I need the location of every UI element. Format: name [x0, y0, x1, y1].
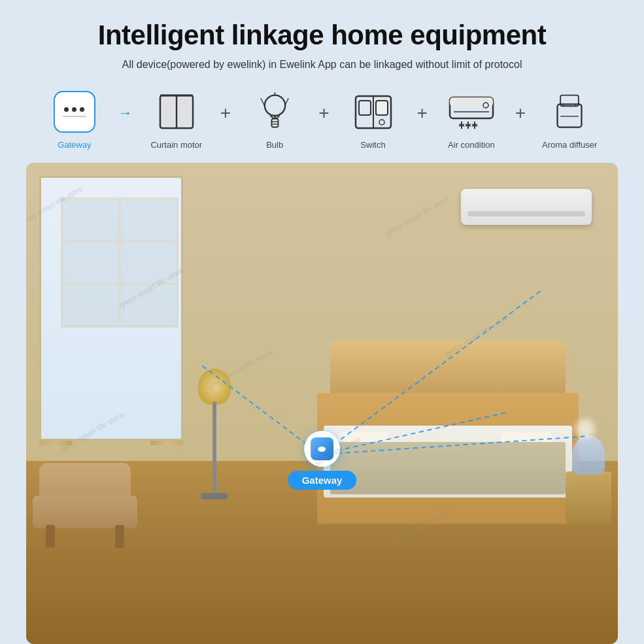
lamp-base: [201, 493, 228, 500]
room-scene-container: Gateway gleco smart life store gleco sma…: [26, 163, 618, 644]
svg-rect-2: [162, 97, 175, 126]
svg-point-5: [264, 95, 284, 116]
svg-rect-16: [376, 101, 388, 115]
device-air-condition: Air condition: [429, 89, 514, 150]
chair-seat: [33, 496, 137, 528]
lamp-shade: [198, 369, 231, 405]
bed-headboard: [330, 341, 566, 393]
svg-point-17: [379, 120, 384, 125]
curtain-motor-label: Curtain motor: [150, 140, 202, 150]
nightstand: [566, 471, 611, 524]
air-condition-label: Air condition: [448, 140, 495, 150]
room-scene: Gateway gleco smart life store gleco sma…: [26, 163, 618, 644]
plus-icon-2: +: [318, 103, 329, 137]
lamp-post: [212, 401, 216, 500]
device-bulb: Bulb: [232, 89, 317, 150]
svg-rect-3: [178, 97, 191, 126]
device-aroma-diffuser: Aroma diffuser: [527, 89, 612, 150]
page-title: Intelligent linkage home equipment: [98, 20, 546, 51]
gateway-badge: Gateway: [288, 471, 357, 490]
device-gateway: Gateway: [32, 89, 117, 150]
window-cell: [121, 200, 176, 240]
window-cell: [63, 243, 118, 282]
room-ac-unit: [461, 189, 592, 225]
devices-row: Gateway → Curtain motor +: [26, 89, 618, 150]
ac-vent: [467, 211, 585, 216]
switch-icon: [350, 89, 396, 135]
chair-leg-right: [115, 525, 124, 548]
curtain-motor-icon: [154, 89, 199, 135]
hub-inner: [311, 437, 333, 460]
svg-line-7: [284, 98, 288, 105]
svg-rect-19: [450, 97, 493, 107]
bulb-icon: [252, 89, 297, 135]
plus-icon-3: +: [417, 103, 428, 137]
room-gateway-hub: Gateway: [288, 431, 357, 490]
hub-dot: [318, 447, 326, 452]
window-pane: [61, 197, 178, 328]
page-subtitle: All device(powered by ewelink) in Ewelin…: [122, 59, 522, 71]
window-cell: [121, 243, 176, 282]
window-cell: [63, 200, 118, 240]
svg-rect-10: [271, 119, 278, 127]
armchair: [33, 463, 137, 548]
plus-icon-1: +: [220, 103, 231, 137]
air-condition-icon: [449, 89, 494, 135]
arrow-icon: →: [118, 105, 133, 135]
window-cell: [121, 285, 176, 325]
diffuser-steam: [575, 419, 595, 439]
svg-line-6: [260, 98, 264, 105]
svg-rect-31: [558, 104, 582, 127]
plus-icon-4: +: [515, 103, 526, 137]
svg-rect-15: [359, 101, 371, 115]
bulb-label: Bulb: [266, 140, 283, 150]
switch-label: Switch: [360, 140, 385, 150]
gateway-label: Gateway: [58, 140, 91, 150]
floor-lamp: [195, 369, 234, 500]
aroma-diffuser-label: Aroma diffuser: [542, 140, 597, 150]
hub-icon: [304, 431, 340, 467]
aroma-diffuser-icon: [547, 89, 592, 135]
chair-leg-left: [46, 525, 55, 548]
window-cell: [63, 285, 118, 325]
bed-blanket: [330, 442, 566, 494]
gateway-icon: [52, 89, 97, 135]
device-switch: Switch: [331, 89, 416, 150]
bed-mattress: [324, 426, 572, 498]
window: [39, 176, 183, 441]
device-curtain-motor: Curtain motor: [134, 89, 219, 150]
room-diffuser: [572, 435, 605, 475]
page-container: Intelligent linkage home equipment All d…: [0, 0, 644, 644]
